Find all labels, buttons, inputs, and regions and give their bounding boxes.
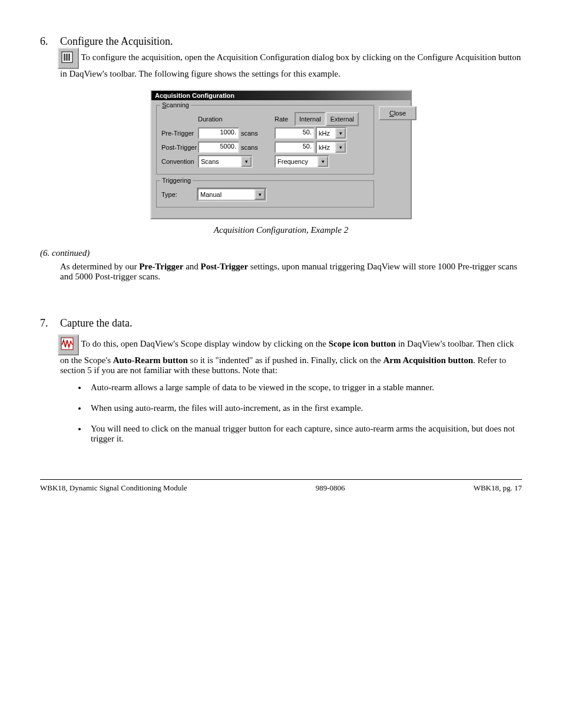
chevron-down-icon xyxy=(335,128,346,139)
step6-number: 6. xyxy=(40,35,60,48)
pre-trigger-label: Pre-Trigger xyxy=(161,130,198,137)
bullet-2: When using auto-rearm, the files will au… xyxy=(87,403,522,413)
chevron-down-icon xyxy=(318,156,328,167)
chevron-down-icon xyxy=(241,156,252,167)
step6-body: To configure the acquisition, open the A… xyxy=(60,52,521,78)
svg-rect-2 xyxy=(66,54,68,61)
page-footer: WBK18, Dynamic Signal Conditioning Modul… xyxy=(40,483,522,493)
triggering-group: Triggering Type: Manual xyxy=(156,180,374,207)
convention-duration-select[interactable]: Scans xyxy=(198,155,253,168)
duration-header: Duration xyxy=(198,116,223,123)
svg-rect-1 xyxy=(64,54,65,61)
scanning-legend: canning xyxy=(166,101,189,108)
external-button[interactable]: External xyxy=(326,112,359,126)
scanning-group: Scanning Duration Rate Internal External… xyxy=(156,105,374,174)
footer-left: WBK18, Dynamic Signal Conditioning Modul… xyxy=(40,483,187,493)
post-trigger-label: Post-Trigger xyxy=(161,144,198,151)
footer-rule xyxy=(40,479,522,480)
trigger-type-select[interactable]: Manual xyxy=(198,189,266,200)
svg-rect-4 xyxy=(61,338,73,350)
step6-title: Configure the Acquisition. xyxy=(60,35,173,48)
dialog-caption: Acquisition Configuration, Example 2 xyxy=(40,225,522,235)
convention-rate-select[interactable]: Frequency xyxy=(275,155,329,168)
post-trigger-rate-input[interactable]: 50. xyxy=(275,141,315,153)
step7-body: To do this, open DaqView's Scope display… xyxy=(60,339,514,375)
internal-button[interactable]: Internal xyxy=(295,112,326,126)
step6-body2: As determined by our Pre-Trigger and Pos… xyxy=(60,262,522,282)
pre-trigger-rate-unit-select[interactable]: kHz xyxy=(316,127,347,140)
dialog-title: Acquisition Configuration xyxy=(151,91,411,100)
trigger-type-label: Type: xyxy=(161,191,198,198)
pre-trigger-duration-input[interactable]: 1000. xyxy=(198,127,239,139)
post-trigger-duration-unit: scans xyxy=(241,144,258,151)
bullet-1: Auto-rearm allows a large sample of data… xyxy=(87,383,522,393)
chevron-down-icon xyxy=(335,142,346,153)
triggering-legend: Triggering xyxy=(160,177,193,184)
convention-label: Convention xyxy=(161,158,198,165)
step7-title: Capture the data. xyxy=(60,317,132,330)
step7-number: 7. xyxy=(40,317,60,330)
post-trigger-duration-input[interactable]: 5000. xyxy=(198,141,239,153)
svg-rect-3 xyxy=(68,54,70,61)
pre-trigger-rate-input[interactable]: 50. xyxy=(275,127,315,139)
acquisition-config-icon xyxy=(58,48,79,69)
scope-icon xyxy=(58,334,79,355)
close-button[interactable]: Close xyxy=(379,106,416,120)
bullet-3: You will need to click on the manual tri… xyxy=(87,424,522,444)
chevron-down-icon xyxy=(254,189,265,200)
step6-continued: (6. continued) xyxy=(40,248,522,258)
post-trigger-rate-unit-select[interactable]: kHz xyxy=(316,141,347,154)
footer-mid: 989-0806 xyxy=(316,483,345,493)
step7-bullets: Auto-rearm allows a large sample of data… xyxy=(87,383,522,444)
footer-right: WBK18, pg. 17 xyxy=(474,483,522,493)
acquisition-config-dialog: Acquisition Configuration Scanning Durat… xyxy=(150,90,412,219)
rate-header: Rate xyxy=(275,116,295,123)
pre-trigger-duration-unit: scans xyxy=(241,130,258,137)
